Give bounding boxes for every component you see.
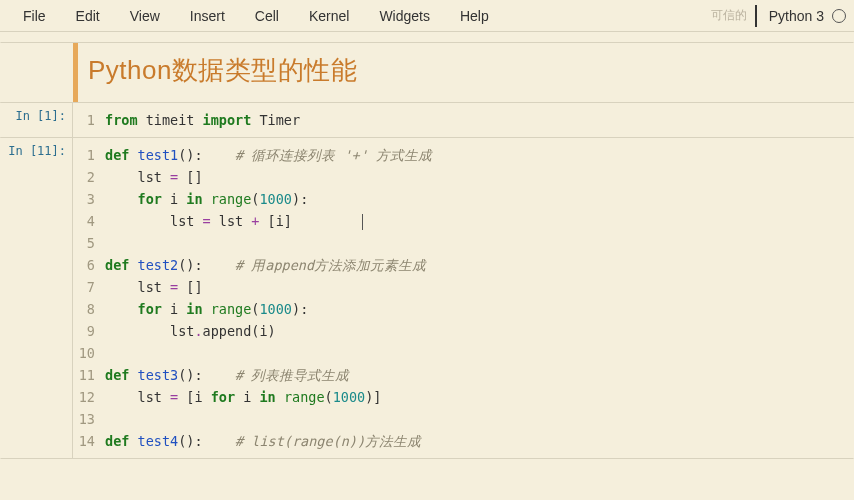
line-number: 12	[77, 386, 105, 408]
line-content: def test3(): # 列表推导式生成	[105, 364, 349, 386]
line-content: def test2(): # 用append方法添加元素生成	[105, 254, 426, 276]
line-content: lst = []	[105, 166, 203, 188]
code-line: 11def test3(): # 列表推导式生成	[77, 364, 853, 386]
line-number: 11	[77, 364, 105, 386]
line-content: from timeit import Timer	[105, 109, 300, 131]
menu-kernel[interactable]: Kernel	[294, 3, 364, 29]
code-line: 4 lst = lst + [i]	[77, 210, 853, 232]
kernel-idle-icon	[832, 9, 846, 23]
notebook-container: Python数据类型的性能 In [1]:1from timeit import…	[0, 32, 854, 459]
line-number: 1	[77, 109, 105, 131]
code-line: 5	[77, 232, 853, 254]
code-line: 10	[77, 342, 853, 364]
code-line: 6def test2(): # 用append方法添加元素生成	[77, 254, 853, 276]
line-number: 10	[77, 342, 105, 364]
code-line: 3 for i in range(1000):	[77, 188, 853, 210]
line-content: for i in range(1000):	[105, 188, 308, 210]
code-line: 2 lst = []	[77, 166, 853, 188]
line-number: 14	[77, 430, 105, 452]
kernel-name: Python 3	[769, 8, 832, 24]
line-content: lst.append(i)	[105, 320, 276, 342]
line-content: for i in range(1000):	[105, 298, 308, 320]
line-content: lst = lst + [i]	[105, 210, 363, 232]
line-number: 13	[77, 408, 105, 430]
line-number: 1	[77, 144, 105, 166]
code-line: 13	[77, 408, 853, 430]
kernel-status[interactable]: Python 3	[755, 5, 846, 27]
code-cell[interactable]: In [1]:1from timeit import Timer	[0, 102, 854, 138]
line-number: 5	[77, 232, 105, 254]
line-content: def test4(): # list(range(n))方法生成	[105, 430, 421, 452]
markdown-content: Python数据类型的性能	[73, 43, 367, 102]
code-line: 7 lst = []	[77, 276, 853, 298]
markdown-cell[interactable]: Python数据类型的性能	[0, 42, 854, 103]
code-editor[interactable]: 1from timeit import Timer	[73, 103, 853, 137]
line-number: 2	[77, 166, 105, 188]
line-number: 7	[77, 276, 105, 298]
code-line: 14def test4(): # list(range(n))方法生成	[77, 430, 853, 452]
line-content: def test1(): # 循环连接列表 '+' 方式生成	[105, 144, 432, 166]
menu-edit[interactable]: Edit	[61, 3, 115, 29]
input-prompt: In [11]:	[1, 138, 73, 458]
code-line: 12 lst = [i for i in range(1000)]	[77, 386, 853, 408]
input-prompt: In [1]:	[1, 103, 73, 137]
code-cell[interactable]: In [11]:1def test1(): # 循环连接列表 '+' 方式生成2…	[0, 137, 854, 459]
line-number: 4	[77, 210, 105, 232]
line-number: 9	[77, 320, 105, 342]
line-number: 6	[77, 254, 105, 276]
menu-widgets[interactable]: Widgets	[364, 3, 445, 29]
menu-help[interactable]: Help	[445, 3, 504, 29]
menu-cell[interactable]: Cell	[240, 3, 294, 29]
menu-insert[interactable]: Insert	[175, 3, 240, 29]
code-editor[interactable]: 1def test1(): # 循环连接列表 '+' 方式生成2 lst = […	[73, 138, 853, 458]
code-line: 9 lst.append(i)	[77, 320, 853, 342]
line-number: 8	[77, 298, 105, 320]
prompt-empty	[1, 43, 73, 102]
menu-file[interactable]: File	[8, 3, 61, 29]
line-number: 3	[77, 188, 105, 210]
line-content: lst = []	[105, 276, 203, 298]
text-cursor	[362, 214, 363, 230]
menubar: FileEditViewInsertCellKernelWidgetsHelp …	[0, 0, 854, 32]
code-line: 1from timeit import Timer	[77, 109, 853, 131]
heading-title: Python数据类型的性能	[88, 53, 357, 88]
code-line: 1def test1(): # 循环连接列表 '+' 方式生成	[77, 144, 853, 166]
menu-view[interactable]: View	[115, 3, 175, 29]
trusted-label[interactable]: 可信的	[711, 7, 755, 24]
code-line: 8 for i in range(1000):	[77, 298, 853, 320]
line-content: lst = [i for i in range(1000)]	[105, 386, 381, 408]
